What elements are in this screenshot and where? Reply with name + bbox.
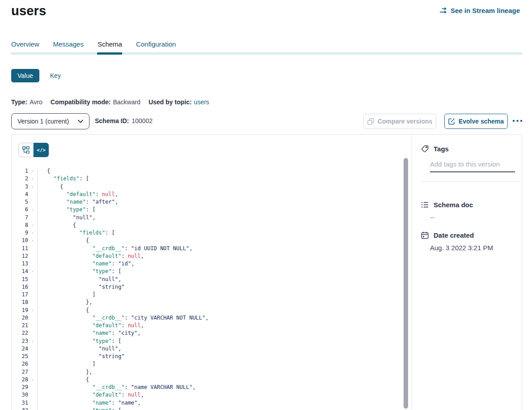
- line-number: 28: [12, 376, 28, 384]
- code-line: 11 "__crdb__": "id UUID NOT NULL",: [12, 245, 412, 252]
- line-number: 1: [12, 167, 28, 175]
- code-line: 12 "default": null,: [12, 252, 412, 260]
- code-lines: 1▾{2▾ "fields": [3▾ {4 "default": null,5…: [12, 167, 412, 410]
- tags-input[interactable]: [430, 158, 515, 172]
- code-line: 27 },: [12, 368, 412, 376]
- fold-spacer: [28, 299, 37, 306]
- line-number: 26: [12, 360, 28, 368]
- fold-arrow-icon[interactable]: ▾: [28, 229, 37, 237]
- line-number: 22: [12, 329, 28, 337]
- code-line: 14▾ "type": [: [12, 268, 412, 275]
- more-options-button[interactable]: [512, 117, 525, 124]
- compatibility-pair: Compatibility mode: Backward: [51, 98, 140, 106]
- line-number: 8: [12, 222, 28, 229]
- tags-heading-label: Tags: [434, 145, 449, 153]
- code-line: 25 "string": [12, 353, 412, 360]
- code-line: 30 "default": null,: [12, 391, 412, 399]
- fold-spacer: [28, 368, 37, 376]
- stream-lineage-link[interactable]: See in Stream lineage: [439, 7, 520, 14]
- tab-messages[interactable]: Messages: [53, 40, 84, 51]
- compare-versions-button[interactable]: Compare versions: [363, 114, 436, 129]
- compatibility-label: Compatibility mode:: [51, 98, 111, 106]
- used-by-topic-link[interactable]: users: [194, 98, 209, 106]
- schema-id-label: Schema ID:: [95, 117, 129, 124]
- type-label: Type:: [11, 98, 27, 106]
- code-view-button[interactable]: </>: [34, 143, 49, 157]
- line-number: 24: [12, 345, 28, 353]
- line-number: 18: [12, 299, 28, 306]
- fold-arrow-icon[interactable]: ▾: [28, 167, 37, 175]
- fold-arrow-icon[interactable]: ▾: [28, 407, 37, 410]
- tab-overview[interactable]: Overview: [11, 40, 39, 51]
- fold-arrow-icon[interactable]: ▾: [28, 307, 37, 314]
- code-text: "null",: [37, 214, 95, 222]
- date-created-heading: Date created: [421, 231, 474, 239]
- schema-doc-heading: Schema doc: [421, 201, 473, 209]
- schema-id: Schema ID: 100002: [95, 117, 153, 124]
- code-text: "name": "id",: [37, 260, 134, 268]
- fold-arrow-icon[interactable]: ▾: [28, 337, 37, 345]
- code-line: 21 "default": null,: [12, 322, 412, 329]
- line-number: 17: [12, 291, 28, 299]
- code-line: 3▾ {: [12, 183, 412, 191]
- code-text: "type": [: [37, 407, 121, 410]
- code-line: 28▾ {: [12, 376, 412, 384]
- date-created-heading-label: Date created: [434, 231, 474, 239]
- fold-spacer: [28, 384, 37, 391]
- code-text: "null",: [37, 276, 121, 283]
- value-toggle-button[interactable]: Value: [11, 69, 39, 82]
- version-select-value: Version 1 (current): [17, 118, 69, 125]
- code-text: "null",: [37, 345, 121, 353]
- chevron-down-icon: [78, 120, 83, 123]
- code-text: "fields": [: [37, 175, 89, 183]
- line-number: 2: [12, 175, 28, 183]
- code-text: "default": null,: [37, 191, 118, 198]
- page-title: users: [11, 4, 46, 18]
- line-number: 27: [12, 368, 28, 376]
- code-text: "fields": [: [37, 229, 115, 237]
- code-text: ]: [37, 360, 95, 368]
- code-text: "default": null,: [37, 391, 144, 399]
- fold-spacer: [28, 329, 37, 337]
- code-text: "__crdb__": "name VARCHAR NULL",: [37, 384, 196, 391]
- line-number: 32: [12, 407, 28, 410]
- tab-schema[interactable]: Schema: [98, 40, 122, 51]
- code-text: "name": "city",: [37, 329, 141, 337]
- evolve-schema-button[interactable]: Evolve schema: [444, 114, 508, 129]
- code-text: {: [37, 183, 63, 191]
- code-text: },: [37, 368, 92, 376]
- fold-arrow-icon[interactable]: ▾: [28, 222, 37, 229]
- fold-spacer: [28, 314, 37, 322]
- code-line: 31 "name": "name",: [12, 399, 412, 407]
- code-view-icon: </>: [37, 147, 46, 153]
- fold-spacer: [28, 322, 37, 329]
- line-number: 23: [12, 337, 28, 345]
- fold-spacer: [28, 291, 37, 299]
- stream-lineage-icon: [439, 7, 447, 14]
- line-number: 7: [12, 214, 28, 222]
- code-scrollbar[interactable]: [404, 158, 408, 409]
- evolve-schema-label: Evolve schema: [459, 118, 504, 125]
- version-select[interactable]: Version 1 (current): [11, 113, 89, 129]
- code-line: 32▾ "type": [: [12, 407, 412, 410]
- schema-doc-value: --: [430, 214, 434, 221]
- line-number: 4: [12, 191, 28, 198]
- fold-arrow-icon[interactable]: ▾: [28, 206, 37, 214]
- line-number: 19: [12, 307, 28, 314]
- fold-arrow-icon[interactable]: ▾: [28, 183, 37, 191]
- tab-configuration[interactable]: Configuration: [136, 40, 176, 51]
- fold-arrow-icon[interactable]: ▾: [28, 237, 37, 244]
- code-text: {: [37, 167, 50, 175]
- fold-spacer: [28, 198, 37, 206]
- code-line: 4 "default": null,: [12, 191, 412, 198]
- fold-spacer: [28, 360, 37, 368]
- tree-view-button[interactable]: [18, 143, 34, 157]
- code-text: "__crdb__": "city VARCHAR NOT NULL",: [37, 314, 209, 322]
- fold-arrow-icon[interactable]: ▾: [28, 268, 37, 275]
- line-number: 10: [12, 237, 28, 244]
- fold-arrow-icon[interactable]: ▾: [28, 376, 37, 384]
- code-line: 8▾ {: [12, 222, 412, 229]
- tree-view-icon: [22, 146, 30, 154]
- fold-arrow-icon[interactable]: ▾: [28, 175, 37, 183]
- key-toggle-button[interactable]: Key: [50, 72, 61, 79]
